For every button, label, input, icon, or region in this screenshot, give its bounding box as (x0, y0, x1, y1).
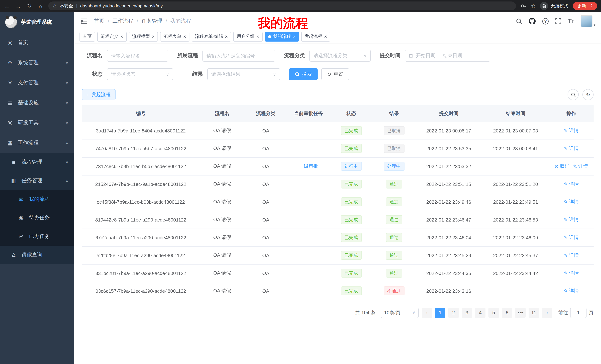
pager-more-button[interactable]: ••• (515, 307, 526, 318)
cell-result: 通过 (372, 175, 415, 193)
browser-forward-icon[interactable]: → (15, 3, 21, 9)
cell-id: 819442e8-7b9a-11ec-a290-acde48001122 (82, 211, 200, 229)
sidebar-item-dev-tools[interactable]: ⚒研发工具∨ (0, 113, 74, 133)
cell-actions: ✎详情 (549, 264, 594, 282)
tab-用户分组[interactable]: 用户分组× (233, 32, 263, 41)
reset-button[interactable]: ↻ 重置 (321, 68, 349, 80)
detail-action-link[interactable]: ✎详情 (564, 270, 579, 277)
tab-流程表单-编辑[interactable]: 流程表单-编辑× (192, 32, 231, 41)
sidebar-item-home[interactable]: ◎首页 (0, 33, 74, 53)
close-icon[interactable]: × (293, 34, 295, 39)
tab-发起流程[interactable]: 发起流程× (301, 32, 330, 41)
tab-流程表单[interactable]: 流程表单× (160, 32, 189, 41)
breadcrumb-item[interactable]: 工作流程 (112, 18, 133, 25)
detail-action-link[interactable]: ✎详情 (564, 145, 579, 152)
detail-action-link[interactable]: ✎详情 (564, 127, 579, 134)
tab-流程模型[interactable]: 流程模型× (129, 32, 158, 41)
refresh-table-icon[interactable]: ↻ (582, 89, 594, 100)
detail-action-link[interactable]: ✎详情 (564, 216, 579, 223)
todo-tasks-icon: ◉ (17, 214, 25, 221)
font-size-icon[interactable]: TT (568, 18, 574, 25)
next-page-button[interactable]: › (542, 307, 552, 318)
sidebar-item-process-mgmt[interactable]: ≡流程管理∨ (0, 153, 74, 172)
sidebar-item-leave-query[interactable]: ♙请假查询 (0, 246, 74, 264)
browser-chrome: ← → ↻ ⌂ ⚠ 不安全 | dashboard.yudao.iocoder.… (0, 0, 601, 12)
cell-id: 52ffd28e-7b9a-11ec-a290-acde48001122 (82, 246, 200, 264)
browser-update-button[interactable]: 更新 ⋮ (573, 2, 597, 10)
page-number-button[interactable]: 3 (462, 307, 472, 318)
help-icon[interactable]: ? (542, 18, 549, 24)
address-bar[interactable]: ⚠ 不安全 | dashboard.yudao.iocoder.cn/bpm/t… (48, 1, 516, 10)
page-number-button[interactable]: 1 (435, 307, 445, 318)
url-text[interactable]: dashboard.yudao.iocoder.cn/bpm/task/my (80, 3, 163, 9)
close-icon[interactable]: × (183, 34, 186, 39)
page-number-button[interactable]: 5 (489, 307, 499, 318)
browser-home-icon[interactable]: ⌂ (37, 3, 44, 9)
sidebar-item-workflow[interactable]: ▦工作流程∧ (0, 133, 74, 153)
tab-我的流程[interactable]: 我的流程× (265, 32, 299, 41)
close-icon[interactable]: × (225, 34, 228, 39)
avatar[interactable] (581, 15, 592, 27)
create-process-button[interactable]: + 发起流程 (82, 89, 115, 100)
close-icon[interactable]: × (120, 34, 123, 39)
status-select[interactable]: 请选择状态 ∨ (107, 68, 173, 80)
detail-action-link[interactable]: ✎详情 (573, 163, 588, 170)
page-number-button[interactable]: 6 (502, 307, 512, 318)
tab-首页[interactable]: 首页 (80, 32, 95, 41)
category-select[interactable]: 请选择流程分类 ∨ (310, 50, 371, 62)
close-icon[interactable]: × (324, 34, 327, 39)
tab-流程定义[interactable]: 流程定义× (97, 32, 127, 41)
sidebar-logo[interactable]: 芋道管理系统 (0, 12, 74, 33)
cell-current-task (287, 282, 330, 300)
browser-menu-icon[interactable]: ⋮ (589, 3, 594, 9)
breadcrumb-item[interactable]: 任务管理 (141, 18, 162, 25)
breadcrumb-item[interactable]: 首页 (94, 18, 104, 25)
detail-action-link[interactable]: ✎详情 (564, 181, 579, 187)
close-icon[interactable]: × (257, 34, 259, 39)
page-number-button[interactable]: 2 (448, 307, 459, 318)
browser-reload-icon[interactable]: ↻ (26, 3, 33, 9)
sidebar-item-todo-tasks[interactable]: ◉待办任务 (0, 209, 74, 227)
page-number-button[interactable]: 11 (529, 307, 539, 318)
table-row: 52ffd28e-7b9a-11ec-a290-acde48001122OA 请… (82, 246, 594, 264)
hamburger-icon[interactable] (80, 17, 88, 25)
cell-result: 通过 (372, 211, 415, 229)
search-button[interactable]: 搜索 (289, 68, 318, 80)
update-label: 更新 (577, 3, 586, 9)
browser-back-icon[interactable]: ← (4, 3, 10, 9)
security-label[interactable]: 不安全 (60, 3, 73, 9)
goto-page-input[interactable] (570, 307, 587, 318)
sidebar-item-my-process[interactable]: ✉我的流程 (0, 190, 74, 209)
fullscreen-icon[interactable] (555, 18, 561, 24)
detail-action-link[interactable]: ✎详情 (564, 252, 579, 259)
date-range-picker[interactable]: ⊞ 开始日期 - 结束日期 (405, 50, 490, 62)
cell-category: OA (244, 282, 287, 300)
prev-page-button[interactable]: ‹ (421, 307, 432, 318)
page-number-button[interactable]: 4 (475, 307, 485, 318)
breadcrumb-separator: / (166, 18, 167, 24)
sidebar-item-payment-mgmt[interactable]: ¥支付管理∨ (0, 73, 74, 93)
close-icon[interactable]: × (152, 34, 155, 39)
sidebar-item-done-tasks[interactable]: ✂已办任务 (0, 227, 74, 246)
search-icon[interactable] (516, 18, 522, 24)
sidebar-item-system-mgmt[interactable]: ⚙系统管理∨ (0, 53, 74, 73)
sidebar-item-infrastructure[interactable]: ▤基础设施∨ (0, 93, 74, 113)
cell-actions: ⊘取消✎详情 (549, 157, 594, 175)
detail-action-link[interactable]: ✎详情 (564, 287, 579, 294)
key-icon[interactable] (521, 3, 527, 9)
page-size-select[interactable]: 10条/页 ∨ (381, 307, 419, 318)
cancel-action-link[interactable]: ⊘取消 (555, 163, 570, 170)
detail-action-link[interactable]: ✎详情 (564, 234, 579, 241)
bookmark-star-icon[interactable]: ☆ (531, 3, 536, 9)
github-icon[interactable] (529, 18, 536, 25)
page-number-list: 123456•••11 (435, 307, 539, 318)
sidebar-item-task-mgmt[interactable]: ▥任务管理∧ (0, 172, 74, 190)
result-select[interactable]: 请选择流结果 ∨ (207, 68, 280, 80)
toggle-search-icon[interactable] (568, 89, 579, 100)
sidebar-item-label: 流程管理 (21, 159, 66, 165)
process-name-input[interactable] (107, 50, 168, 62)
detail-action-link[interactable]: ✎详情 (564, 199, 579, 205)
current-task-link[interactable]: 一级审批 (299, 163, 318, 170)
user-menu[interactable]: ▾ (581, 15, 595, 27)
owner-process-input[interactable] (202, 50, 275, 62)
